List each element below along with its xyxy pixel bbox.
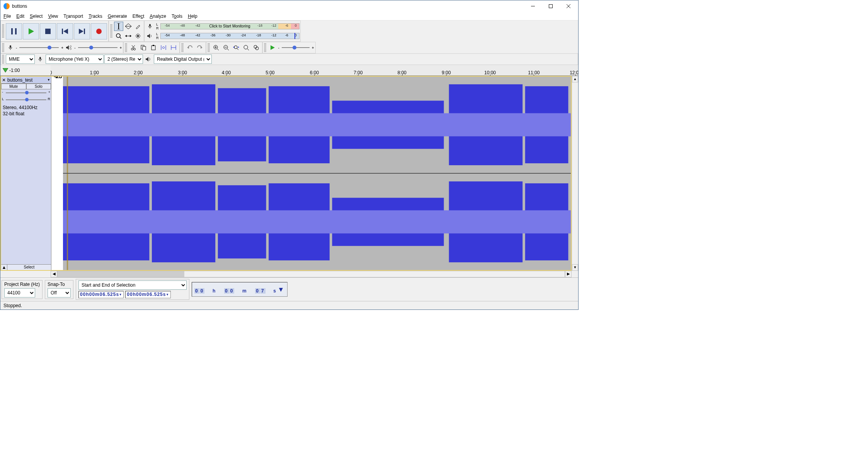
- grip-icon[interactable]: [264, 43, 266, 52]
- play-button[interactable]: [23, 23, 39, 39]
- mute-button[interactable]: Mute: [1, 84, 26, 89]
- menubar: File Edit Select View Transport Tracks G…: [0, 12, 578, 21]
- menu-select[interactable]: Select: [30, 14, 43, 19]
- time-display[interactable]: 00 h 00 m 07 s▾: [192, 282, 288, 297]
- silence-button[interactable]: [169, 43, 178, 52]
- grip-icon[interactable]: [181, 43, 184, 52]
- paste-button[interactable]: [149, 43, 158, 52]
- track-control-panel[interactable]: ✕ buttons_test Mute Solo - + L R Stereo,…: [1, 77, 51, 270]
- skip-start-button[interactable]: [57, 23, 73, 39]
- waveform-right[interactable]: [63, 173, 571, 270]
- grip-icon[interactable]: [110, 24, 112, 38]
- grip-icon[interactable]: [2, 55, 4, 63]
- menu-analyze[interactable]: Analyze: [150, 14, 166, 19]
- track-select-button[interactable]: Select: [7, 265, 51, 270]
- statusbar: Stopped.: [0, 301, 578, 309]
- svg-point-34: [134, 48, 136, 50]
- fit-project-button[interactable]: [242, 43, 251, 52]
- solo-button[interactable]: Solo: [26, 84, 51, 89]
- menu-generate[interactable]: Generate: [108, 14, 127, 19]
- svg-rect-8: [62, 29, 63, 34]
- undo-button[interactable]: [185, 43, 194, 52]
- selection-mode-select[interactable]: Start and End of Selection: [78, 280, 187, 290]
- fit-selection-button[interactable]: [231, 43, 241, 52]
- svg-marker-9: [63, 29, 68, 34]
- record-device-select[interactable]: Microphone (Yeti X): [46, 55, 104, 64]
- timeline-ruler[interactable]: -1:00 0 1:00 2:00 3:00 4:00 5:00 6:00 7:…: [0, 65, 578, 76]
- menu-transport[interactable]: Transport: [63, 14, 83, 19]
- zoom-in-button[interactable]: [211, 43, 221, 52]
- menu-edit[interactable]: Edit: [16, 14, 24, 19]
- playback-meter[interactable]: -54 -48 -42 -36 -30 -24 -18 -12 -6 0: [160, 33, 300, 39]
- multi-tool-button[interactable]: [133, 31, 143, 41]
- svg-rect-38: [143, 46, 146, 50]
- menu-file[interactable]: File: [3, 14, 11, 19]
- selection-cursor: [67, 174, 68, 270]
- waveform-display[interactable]: [63, 77, 571, 270]
- menu-tracks[interactable]: Tracks: [89, 14, 102, 19]
- timeshift-tool-button[interactable]: [124, 31, 133, 41]
- track-close-button[interactable]: ✕: [1, 77, 7, 83]
- gain-slider[interactable]: - +: [1, 89, 51, 96]
- close-button[interactable]: [560, 0, 577, 12]
- pan-slider[interactable]: L R: [1, 96, 51, 103]
- timeline-options[interactable]: -1:00: [0, 65, 51, 75]
- draw-tool-button[interactable]: [133, 22, 143, 31]
- collapse-button[interactable]: ▲: [1, 265, 7, 270]
- track-info: Stereo, 44100Hz 32-bit float: [1, 103, 51, 118]
- svg-marker-21: [125, 35, 127, 37]
- record-channels-select[interactable]: 2 (Stereo) Recor‹: [104, 55, 143, 64]
- selection-tool-button[interactable]: [114, 22, 123, 31]
- copy-button[interactable]: [139, 43, 148, 52]
- mic-meter-icon[interactable]: [145, 22, 155, 31]
- grip-icon[interactable]: [2, 43, 4, 52]
- grip-icon[interactable]: [2, 24, 4, 38]
- record-meter[interactable]: -54 -48 -42 -18 -12 -6 0 Click to Start …: [160, 23, 300, 29]
- svg-point-33: [131, 48, 133, 50]
- speaker-meter-icon[interactable]: [145, 31, 155, 41]
- pause-button[interactable]: [6, 23, 22, 39]
- zoom-toggle-button[interactable]: [252, 43, 261, 52]
- zoom-tool-button[interactable]: [114, 31, 123, 41]
- waveform-left[interactable]: [63, 77, 571, 173]
- cut-button[interactable]: [129, 43, 138, 52]
- svg-line-51: [217, 49, 219, 50]
- play-speed-button[interactable]: [268, 43, 277, 52]
- svg-line-54: [227, 49, 229, 50]
- menu-tools[interactable]: Tools: [172, 14, 182, 19]
- menu-help[interactable]: Help: [188, 14, 197, 19]
- envelope-tool-button[interactable]: [124, 22, 133, 31]
- minimize-button[interactable]: [524, 0, 542, 12]
- selection-end-field[interactable]: 00h00m06.525s▾: [125, 291, 170, 298]
- grip-icon[interactable]: [208, 43, 210, 52]
- svg-point-55: [234, 46, 237, 49]
- playback-volume-slider[interactable]: [77, 44, 119, 51]
- speaker-device-icon: [144, 55, 153, 64]
- vertical-scrollbar[interactable]: ▲▼: [572, 76, 578, 271]
- svg-marker-67: [3, 68, 8, 72]
- maximize-button[interactable]: [542, 0, 560, 12]
- selection-start-field[interactable]: 00h00m06.525s▾: [78, 291, 124, 298]
- track-name-dropdown[interactable]: buttons_test: [7, 77, 51, 83]
- snap-to-select[interactable]: Off: [48, 288, 71, 297]
- menu-view[interactable]: View: [48, 14, 58, 19]
- horizontal-scrollbar[interactable]: ◀ ▶: [0, 271, 578, 277]
- svg-marker-58: [238, 46, 239, 48]
- play-speed-slider[interactable]: [280, 44, 311, 51]
- zoom-out-button[interactable]: [221, 43, 231, 52]
- grip-icon[interactable]: [125, 43, 127, 52]
- audio-host-select[interactable]: MME: [6, 55, 35, 64]
- selection-cursor: [67, 77, 68, 173]
- toolbar-row-1: LR -54 -48 -42 -18 -12 -6 0 Click to Sta…: [0, 21, 578, 42]
- project-rate-select[interactable]: 44100: [4, 288, 35, 297]
- record-volume-slider[interactable]: [18, 44, 60, 51]
- trim-button[interactable]: [159, 43, 168, 52]
- redo-button[interactable]: [195, 43, 204, 52]
- skip-end-button[interactable]: [74, 23, 90, 39]
- svg-rect-40: [153, 45, 154, 46]
- menu-effect[interactable]: Effect: [133, 14, 144, 19]
- record-button[interactable]: [91, 23, 107, 39]
- svg-point-12: [96, 29, 102, 34]
- playback-device-select[interactable]: Realtek Digital Output (Real: [154, 55, 212, 64]
- stop-button[interactable]: [40, 23, 56, 39]
